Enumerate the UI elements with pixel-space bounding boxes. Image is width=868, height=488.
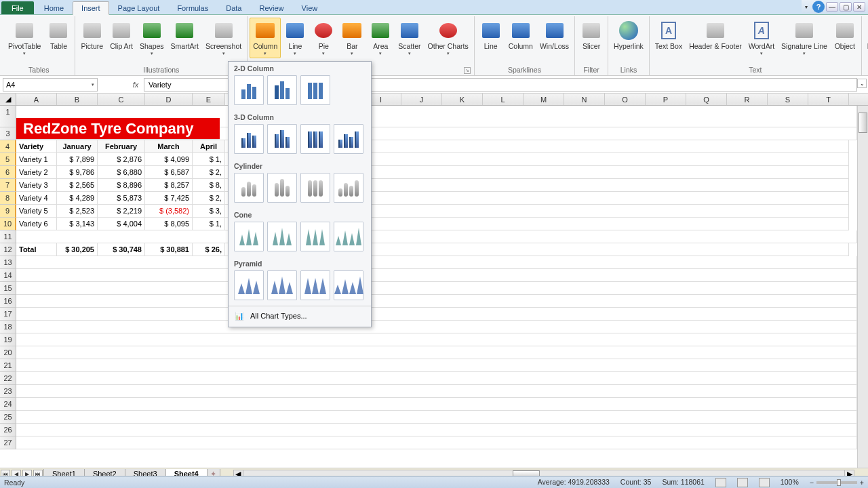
data-cell[interactable]: $ 2,876 (98, 153, 145, 166)
pivottable-button[interactable]: PivotTable▾ (5, 18, 44, 58)
tab-file[interactable]: File (1, 1, 34, 14)
col-D[interactable]: D (145, 94, 193, 105)
row-4[interactable]: 4 (0, 140, 16, 153)
row-7[interactable]: 7 (0, 179, 16, 192)
shapes-button[interactable]: Shapes▾ (136, 18, 167, 58)
ribbon-minimize-icon[interactable]: ▾ (802, 2, 811, 12)
charts-launcher-icon[interactable]: ↘ (464, 67, 471, 74)
col-T[interactable]: T (808, 94, 849, 105)
table-button[interactable]: Table (44, 18, 73, 52)
col-S[interactable]: S (768, 94, 808, 105)
chart-clustered-cone[interactable] (234, 222, 264, 251)
data-cell[interactable]: $ 6,880 (98, 166, 145, 179)
chart-100stacked-cylinder[interactable] (300, 173, 330, 203)
data-cell[interactable]: $ 5,873 (98, 192, 145, 205)
wordart-button[interactable]: AWordArt▾ (745, 18, 778, 58)
chart-100stacked-cone[interactable] (300, 222, 330, 251)
data-cell[interactable]: $ 8,257 (145, 179, 193, 192)
data-cell[interactable]: Variety 1 (16, 153, 57, 166)
col-B[interactable]: B (57, 94, 98, 105)
data-cell[interactable]: $ 4,099 (145, 153, 193, 166)
tab-home[interactable]: Home (35, 1, 73, 14)
row-18[interactable]: 18 (0, 321, 16, 333)
data-cell[interactable]: $ 3, (193, 205, 225, 218)
view-normal-button[interactable] (715, 478, 726, 487)
data-cell[interactable]: $ 1, (193, 153, 225, 166)
smartart-button[interactable]: SmartArt (167, 18, 202, 52)
view-pagebreak-button[interactable] (759, 478, 770, 487)
all-chart-types-button[interactable]: 📊 All Chart Types... (229, 306, 371, 325)
row-19[interactable]: 19 (0, 333, 16, 346)
data-cell[interactable]: $ 2,219 (98, 205, 145, 218)
row-21[interactable]: 21 (0, 359, 16, 372)
hyperlink-button[interactable]: Hyperlink (610, 18, 647, 52)
col-O[interactable]: O (605, 94, 646, 105)
sparkline-column-button[interactable]: Column (505, 18, 536, 52)
chart-100stacked-column-3d[interactable] (300, 124, 330, 154)
data-cell[interactable]: $ 8,095 (145, 218, 193, 230)
col-M[interactable]: M (524, 94, 564, 105)
chart-stacked-column-3d[interactable] (267, 124, 297, 154)
tab-data[interactable]: Data (217, 1, 250, 14)
area-chart-button[interactable]: Area▾ (366, 18, 395, 58)
chart-clustered-column-3d[interactable] (234, 124, 264, 154)
screenshot-button[interactable]: Screenshot▾ (202, 18, 245, 58)
pie-chart-button[interactable]: Pie▾ (309, 18, 338, 58)
data-cell[interactable]: Variety 2 (16, 166, 57, 179)
equation-button[interactable]: πEquation▾ (864, 18, 868, 58)
col-P[interactable]: P (646, 94, 686, 105)
signatureline-button[interactable]: Signature Line▾ (778, 18, 831, 58)
tab-view[interactable]: View (293, 1, 327, 14)
vertical-scrollbar[interactable] (857, 106, 868, 468)
chart-stacked-cylinder[interactable] (267, 173, 297, 203)
data-cell[interactable]: $ 9,786 (57, 166, 98, 179)
data-cell[interactable]: $ 2, (193, 192, 225, 205)
data-cell[interactable]: $ 2,565 (57, 179, 98, 192)
formulabar-expand-icon[interactable]: ⌄ (857, 79, 867, 88)
col-R[interactable]: R (727, 94, 768, 105)
row-13[interactable]: 13 (0, 256, 16, 269)
worksheet-grid[interactable]: ◢ A B C D E I J K L M N O P Q R S T RedZ… (0, 94, 868, 468)
col-N[interactable]: N (564, 94, 605, 105)
row-9[interactable]: 9 (0, 205, 16, 218)
line-chart-button[interactable]: Line▾ (281, 18, 309, 58)
close-button[interactable]: ✕ (853, 2, 865, 12)
data-cell[interactable]: Variety 4 (16, 192, 57, 205)
row-11[interactable]: 11 (0, 230, 16, 243)
data-cell[interactable]: $ 3,143 (57, 218, 98, 230)
tab-pagelayout[interactable]: Page Layout (109, 1, 169, 14)
tab-formulas[interactable]: Formulas (168, 1, 217, 14)
data-cell[interactable]: $ 7,899 (57, 153, 98, 166)
col-A[interactable]: A (16, 94, 57, 105)
maximize-button[interactable]: ▢ (840, 2, 852, 12)
row-3[interactable]: 3 (0, 127, 16, 140)
minimize-button[interactable]: — (826, 2, 838, 12)
tab-insert[interactable]: Insert (73, 1, 109, 15)
col-K[interactable]: K (442, 94, 483, 105)
data-cell[interactable]: $ 8,896 (98, 179, 145, 192)
data-cell[interactable]: $ 7,425 (145, 192, 193, 205)
scatter-chart-button[interactable]: Scatter▾ (395, 18, 424, 58)
sparkline-winloss-button[interactable]: Win/Loss (536, 18, 572, 52)
row-27[interactable]: 27 (0, 436, 16, 449)
row-14[interactable]: 14 (0, 269, 16, 282)
row-22[interactable]: 22 (0, 372, 16, 385)
chart-stacked-pyramid[interactable] (267, 270, 297, 300)
chart-clustered-cylinder[interactable] (234, 173, 264, 203)
data-cell[interactable]: Variety 5 (16, 205, 57, 218)
data-cell[interactable]: $ 8, (193, 179, 225, 192)
zoom-minus-icon[interactable]: − (810, 479, 814, 487)
col-L[interactable]: L (483, 94, 524, 105)
row-17[interactable]: 17 (0, 308, 16, 321)
row-1[interactable]: 1 (0, 106, 16, 127)
col-C[interactable]: C (98, 94, 145, 105)
chart-3d-pyramid[interactable] (334, 270, 363, 300)
data-cell[interactable]: $ 1, (193, 218, 225, 230)
chart-100stacked-pyramid[interactable] (300, 270, 330, 300)
picture-button[interactable]: Picture (77, 18, 106, 52)
fx-icon[interactable]: fx (130, 79, 141, 90)
bar-chart-button[interactable]: Bar▾ (338, 18, 366, 58)
chart-100stacked-column-2d[interactable] (300, 75, 330, 105)
view-layout-button[interactable] (737, 478, 748, 487)
row-24[interactable]: 24 (0, 398, 16, 411)
